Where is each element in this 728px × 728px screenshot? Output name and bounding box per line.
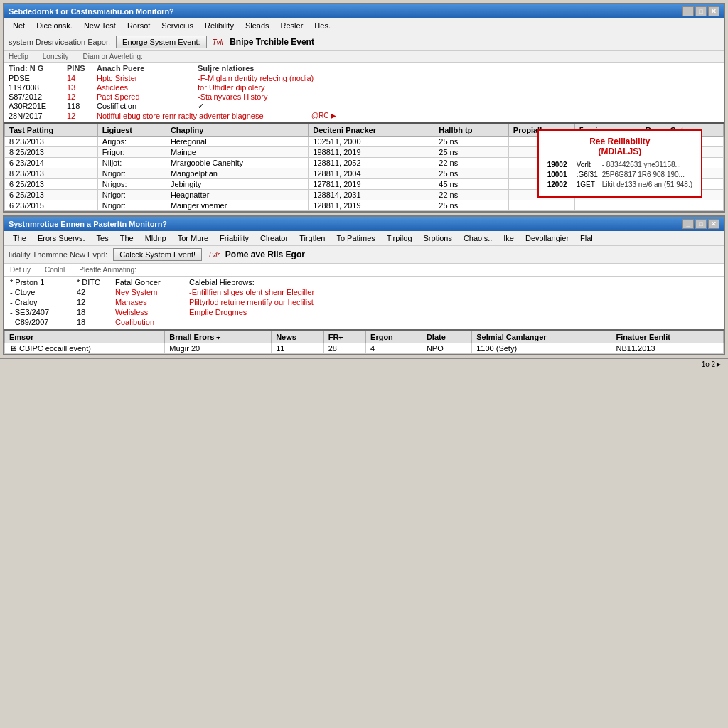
bottom-window-titlebar: Systnmrotiue Ennen a Pasterltn Monitorn?… — [4, 217, 724, 231]
menu-net[interactable]: Net — [7, 20, 31, 31]
brow1-c8: NB11.2013 — [611, 343, 724, 354]
row4-c3: Mangoelptian — [166, 168, 308, 179]
bottom-close-button[interactable]: ✕ — [708, 219, 719, 229]
pr3c2: 12 — [67, 92, 95, 101]
blr4e — [189, 318, 718, 326]
panel-rows-area: Tind: N G PINS Anach Puere Suljre nlatio… — [4, 63, 724, 122]
row5-c5: 45 ns — [434, 179, 509, 190]
blr2e: Pliltyrlod retuine mentify our heclilist — [189, 298, 718, 306]
toolbar-event-label: Bnipe Trchible Event — [230, 37, 314, 47]
bmenu-the[interactable]: The — [7, 232, 32, 244]
brow1-c2: Mugir 20 — [165, 343, 272, 354]
bth-emsor: Emsor — [5, 331, 165, 343]
menu-sleads[interactable]: Sleads — [240, 20, 275, 31]
row2-c3: Mainge — [166, 147, 308, 158]
bottom-list-rows: * Prston 1 * DITC Fatal Goncer Calebial … — [4, 277, 724, 329]
bmenu-mldnp[interactable]: Mldnp — [139, 232, 172, 244]
blr0v: * DITC — [77, 278, 112, 287]
th-tast-patting: Tast Patting — [5, 124, 98, 136]
callout-desc-1: - 883442631 yne31158... — [602, 161, 681, 168]
enorge-system-event-button[interactable]: Enorge System Event: — [116, 36, 206, 48]
brow1-c6: NPO — [422, 343, 471, 354]
pr5-arrow: @RC ▶ — [311, 112, 719, 120]
bottom-toolbar-event-label: Pome ave Rlls Egor — [225, 250, 305, 259]
callout-code-2: :G6f31 — [577, 171, 598, 178]
blr1d: Ney System — [115, 288, 186, 296]
menu-new-test[interactable]: New Test — [78, 20, 122, 31]
bottom-window: Systnmrotiue Ennen a Pasterltn Monitorn?… — [3, 215, 725, 355]
minimize-button[interactable]: _ — [682, 6, 694, 16]
bmenu-devollangier[interactable]: Devollangier — [520, 232, 574, 244]
pr4c1: A30R201E — [9, 102, 65, 111]
bottom-maximize-button[interactable]: □ — [695, 219, 707, 229]
calcck-system-event-button[interactable]: Calcck System Event! — [113, 248, 202, 261]
callout-code-3: 1GET — [577, 181, 598, 188]
row7-c1: 6 23/2015 — [5, 200, 98, 211]
bmenu-the2[interactable]: The — [114, 232, 139, 244]
blr2v: 12 — [77, 298, 112, 306]
list-item: * Prston 1 * DITC Fatal Goncer Calebial … — [10, 278, 718, 287]
bmenu-erors[interactable]: Erors Suervs. — [32, 232, 91, 244]
list-item: - C89/2007 18 Coalibution — [10, 318, 718, 326]
brow1-c3: 11 — [272, 343, 324, 354]
bmenu-clreator[interactable]: Clreator — [255, 232, 294, 244]
row6-c5: 22 ns — [434, 190, 509, 200]
bth-selmial: Selmial Camlanger — [472, 331, 611, 343]
bmenu-srptions[interactable]: Srptions — [418, 232, 458, 244]
bth-finatuer: Finatuer Eenlit — [611, 331, 724, 343]
row2-c4: 198811, 2019 — [309, 147, 434, 158]
reliability-callout: Ree Relliability(MDIALJS) 19002 Vorlt - … — [537, 129, 702, 198]
bottom-window-title: Systnmrotiue Ennen a Pasterltn Monitorn? — [9, 220, 167, 228]
callout-num-3: 12002 — [547, 181, 572, 188]
bottom-minimize-button[interactable]: _ — [682, 219, 694, 229]
callout-desc-2: 25P6G817 1R6 908 190... — [602, 171, 685, 178]
blr4d: Coalibution — [115, 318, 186, 326]
bmenu-tes[interactable]: Tes — [91, 232, 114, 244]
menu-relibility[interactable]: Relibility — [199, 20, 240, 31]
menu-hes[interactable]: Hes. — [309, 20, 336, 31]
ph2: PINS — [67, 64, 95, 73]
row4-c2: Nrigor: — [97, 168, 166, 179]
row6-c1: 6 25/2013 — [5, 190, 98, 200]
bmenu-tor[interactable]: Tor Mure — [172, 232, 214, 244]
blr1k: - Ctoye — [10, 288, 74, 296]
bmenu-tirgtlen[interactable]: Tirgtlen — [294, 232, 331, 244]
menu-rorsot[interactable]: Rorsot — [122, 20, 156, 31]
menu-resler[interactable]: Resler — [275, 20, 309, 31]
bmenu-tirpilog[interactable]: Tirpilog — [381, 232, 418, 244]
blr4v: 18 — [77, 318, 112, 326]
bottom-data-table: Emsor Brnall Erors ÷ News FR÷ Ergon Dlat… — [4, 331, 724, 354]
row6-c2: Nrigor: — [97, 190, 166, 200]
row7-c2: Nrigor: — [97, 200, 166, 211]
bmenu-friability[interactable]: Friability — [214, 232, 255, 244]
row1-c5: 25 ns — [434, 136, 509, 147]
top-window: Sebdedornk t or Castnsmiaihu.on Monitorn… — [3, 3, 725, 213]
bmenu-chaols[interactable]: Chaols.. — [458, 232, 498, 244]
close-button[interactable]: ✕ — [708, 6, 719, 16]
maximize-button[interactable]: □ — [695, 6, 707, 16]
menu-servicius[interactable]: Servicius — [156, 20, 199, 31]
row5-c4: 127811, 2019 — [309, 179, 434, 190]
row7-c6 — [508, 200, 574, 211]
bmenu-ike[interactable]: Ike — [498, 232, 520, 244]
row1-c2: Arigos: — [97, 136, 166, 147]
pr4c4: ✓ — [198, 102, 719, 111]
list-item: - SE3/2407 18 Welisless Emplie Drogmes — [10, 308, 718, 316]
bmenu-to[interactable]: To Patimes — [331, 232, 380, 244]
blr3e: Emplie Drogmes — [189, 308, 718, 316]
panel-header-1: Heclip — [9, 53, 28, 60]
menu-dicelonsk[interactable]: Dicelonsk. — [31, 20, 78, 31]
bmenu-flal[interactable]: Flal — [574, 232, 599, 244]
callout-desc-3: Likit de133 ne/6 an (51 948.) — [602, 181, 692, 188]
bottom-panel-header: Det uy Conlril Pleatte Animating: — [4, 264, 724, 277]
pr2c3: Asticlees — [97, 83, 196, 92]
pr1c3: Hptc Srister — [97, 74, 196, 82]
panel-row-4: A30R201E 118 Cosliffiction ✓ — [9, 102, 719, 111]
pr3c4: -Stainyvares History — [198, 92, 719, 101]
row5-c3: Jebingity — [166, 179, 308, 190]
row2-c2: Frigor: — [97, 147, 166, 158]
bth-news: News — [272, 331, 324, 343]
brow1-c7: 1100 (Sety) — [472, 343, 611, 354]
panel-row-2: 1197008 13 Asticlees for Uffidler diplol… — [9, 83, 719, 92]
blr0e: Calebial Hieprows: — [189, 278, 718, 287]
